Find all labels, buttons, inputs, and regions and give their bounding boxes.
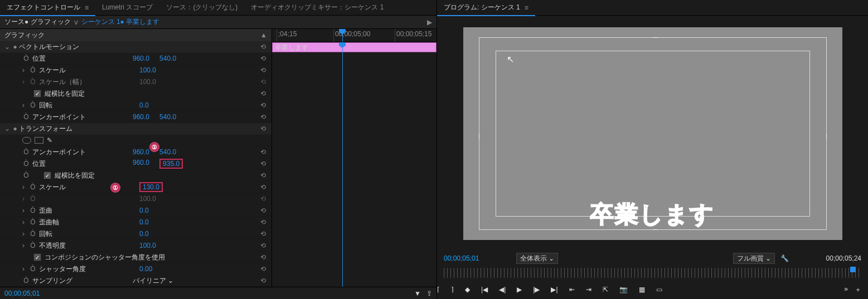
position-x[interactable]: 960.0 — [133, 159, 149, 169]
stopwatch-icon[interactable]: Ò — [29, 183, 37, 191]
reset-icon[interactable]: ⟲ — [260, 242, 266, 249]
scale-value-highlight[interactable]: 130.0 — [139, 182, 163, 192]
rotation-value[interactable]: 0.0 — [139, 230, 149, 238]
twirl-icon[interactable]: ⌄ — [4, 43, 11, 51]
sequence-link[interactable]: シーケンス 1● 卒業します — [81, 17, 160, 27]
reset-icon[interactable]: ⟲ — [260, 113, 266, 121]
fx-toggle[interactable]: ● — [11, 125, 19, 133]
opacity-value[interactable]: 100.0 — [139, 242, 156, 249]
clip-bar[interactable]: 卒業します — [272, 42, 437, 52]
stopwatch-icon[interactable]: Ò — [22, 113, 30, 121]
stopwatch-icon[interactable]: Ò — [22, 277, 30, 285]
twirl-icon[interactable]: › — [22, 183, 29, 191]
twirl-icon[interactable]: › — [22, 230, 29, 238]
stopwatch-icon[interactable]: Ò — [22, 171, 30, 179]
goto-in-button[interactable]: |◀ — [481, 286, 488, 293]
mark-in-button[interactable]: ⌈ — [437, 286, 440, 293]
reset-icon[interactable]: ⟲ — [260, 171, 266, 179]
filter-icon[interactable]: ▼ — [414, 290, 421, 297]
stopwatch-icon[interactable]: Ò — [29, 265, 37, 273]
reset-icon[interactable]: ⟲ — [260, 43, 266, 51]
reset-icon[interactable]: ⟲ — [260, 66, 266, 74]
tab-lumetri[interactable]: Lumetri スコープ — [95, 0, 159, 16]
timeline-ruler[interactable] — [272, 29, 437, 42]
reset-icon[interactable]: ⟲ — [260, 230, 266, 238]
step-back-button[interactable]: ◀| — [499, 286, 506, 293]
twirl-icon[interactable]: › — [22, 101, 29, 109]
twirl-icon[interactable]: › — [22, 78, 29, 86]
playhead[interactable] — [342, 29, 343, 42]
twirl-icon[interactable]: ⌄ — [4, 125, 11, 133]
tab-effect-controls[interactable]: エフェクトコントロール≡ — [0, 0, 95, 16]
reset-icon[interactable]: ⟲ — [260, 265, 266, 273]
reset-icon[interactable]: ⟲ — [260, 253, 266, 261]
twirl-icon[interactable]: › — [22, 242, 29, 249]
play-only-icon[interactable]: ▶ — [427, 18, 432, 26]
skew-axis-value[interactable]: 0.0 — [139, 218, 149, 226]
step-forward-button[interactable]: |▶ — [533, 286, 540, 293]
stopwatch-icon[interactable]: Ò — [22, 148, 30, 156]
shutter-angle-value[interactable]: 0.00 — [139, 265, 152, 273]
stopwatch-icon[interactable]: Ò — [29, 66, 37, 74]
triangle-up-icon[interactable]: ▲ — [260, 31, 267, 39]
mark-out-button[interactable]: ⌉ — [451, 286, 454, 293]
scrub-bar[interactable] — [444, 268, 861, 278]
reset-icon[interactable]: ⟲ — [260, 218, 266, 226]
reset-icon[interactable]: ⟲ — [260, 148, 266, 156]
stopwatch-icon[interactable]: Ò — [29, 207, 37, 214]
aspect-checkbox[interactable] — [33, 90, 41, 97]
stopwatch-icon[interactable]: Ò — [29, 230, 37, 238]
stopwatch-icon[interactable]: Ò — [22, 160, 30, 168]
reset-icon[interactable]: ⟲ — [260, 78, 266, 86]
more-button[interactable]: » — [844, 285, 848, 295]
position-y-highlight[interactable]: 935.0 — [159, 159, 183, 169]
anchor-y[interactable]: 540.0 — [159, 113, 176, 121]
settings-icon[interactable]: 🔧 — [780, 254, 789, 262]
tab-audio-mixer[interactable]: オーディオクリップミキサー：シーケンス 1 — [244, 0, 390, 16]
anchor-x[interactable]: 960.0 — [133, 113, 149, 121]
reset-icon[interactable]: ⟲ — [260, 125, 266, 133]
export-frame-button[interactable]: ⇱ — [603, 286, 608, 293]
mask-rect-icon[interactable] — [35, 137, 43, 144]
shutter-checkbox[interactable] — [33, 253, 41, 261]
safe-margins-button[interactable]: ▦ — [639, 286, 645, 293]
add-marker-button[interactable]: ◆ — [465, 286, 470, 293]
twirl-icon[interactable]: › — [22, 207, 29, 214]
scale-value[interactable]: 100.0 — [139, 66, 156, 74]
reset-icon[interactable]: ⟲ — [260, 90, 266, 97]
button-editor[interactable]: ＋ — [855, 285, 861, 295]
comparison-button[interactable]: ▭ — [656, 286, 662, 293]
aspect-checkbox[interactable] — [43, 171, 51, 179]
stopwatch-icon[interactable]: Ò — [22, 55, 30, 62]
footer-timecode[interactable]: 00;00;05;01 — [4, 290, 40, 297]
chevron-down-icon[interactable]: ⅴ — [74, 18, 78, 26]
goto-out-button[interactable]: ▶| — [551, 286, 557, 293]
twirl-icon[interactable]: › — [22, 265, 29, 273]
zoom-select[interactable]: 全体表示 ⌄ — [516, 253, 558, 264]
reset-icon[interactable]: ⟲ — [260, 101, 266, 109]
play-button[interactable]: ▶ — [517, 286, 522, 293]
stopwatch-icon[interactable]: Ò — [29, 218, 37, 226]
program-monitor[interactable]: ↖ 卒業します — [463, 27, 842, 240]
reset-icon[interactable]: ⟲ — [260, 277, 266, 285]
rotation-value[interactable]: 0.0 — [139, 101, 149, 109]
mask-pen-icon[interactable]: ✎ — [47, 136, 55, 144]
program-timecode-left[interactable]: 00;00;05;01 — [444, 254, 511, 262]
twirl-icon[interactable]: › — [22, 195, 29, 203]
extract-button[interactable]: ⇥ — [586, 286, 591, 293]
panel-menu-icon[interactable]: ≡ — [85, 4, 89, 12]
twirl-icon[interactable]: › — [22, 218, 29, 226]
stopwatch-icon[interactable]: Ò — [29, 101, 37, 109]
quality-select[interactable]: フル画質 ⌄ — [733, 253, 775, 264]
scrub-marker[interactable] — [850, 267, 856, 272]
position-x[interactable]: 960.0 — [133, 55, 149, 62]
snapshot-button[interactable]: 📷 — [619, 286, 628, 293]
reset-icon[interactable]: ⟲ — [260, 195, 266, 203]
skew-value[interactable]: 0.0 — [139, 207, 149, 214]
twirl-icon[interactable]: › — [22, 66, 29, 74]
tab-program[interactable]: プログラム: シーケンス 1 ≡ — [437, 0, 535, 16]
tab-source[interactable]: ソース：(クリップなし) — [159, 0, 244, 16]
share-icon[interactable]: ⇪ — [426, 290, 432, 297]
section-graphics[interactable]: グラフィック — [4, 31, 45, 40]
reset-icon[interactable]: ⟲ — [260, 55, 266, 62]
